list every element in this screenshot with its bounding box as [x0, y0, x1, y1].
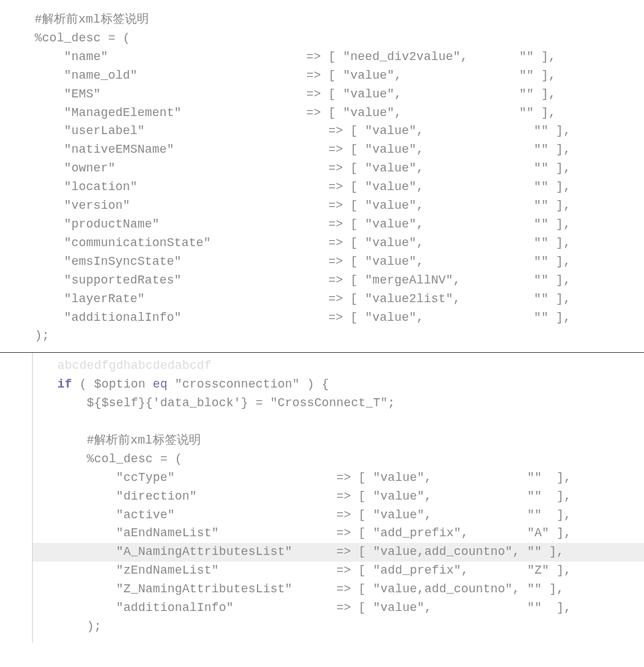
- comment-line: #解析前xml标签说明: [35, 11, 644, 29]
- code-line: 8: [0, 413, 644, 432]
- code-line: 2 "direction" => [ "value", "" ],: [0, 488, 644, 506]
- code-text: #解析前xml标签说明: [31, 432, 201, 450]
- col-desc-row: "supportedRates" => [ "mergeAllNV", "" ]…: [35, 271, 644, 290]
- col-desc-row: "version" => [ "value", "" ],: [35, 197, 644, 215]
- code-line: 6 "zEndNameList" => [ "add_prefix", "Z" …: [0, 562, 644, 580]
- code-text: "direction" => [ "value", "" ],: [31, 488, 571, 506]
- code-text: "ccType" => [ "value", "" ],: [31, 469, 571, 488]
- col-desc-row: "additionalInfo" => [ "value", "" ],: [35, 309, 644, 327]
- col-desc-row: "layerRate" => [ "value2list", "" ],: [35, 290, 644, 309]
- code-line: 0 %col_desc = (: [0, 450, 644, 469]
- col-desc-row: "ManagedElement" => [ "value", "" ],: [35, 104, 644, 123]
- code-text: "A_NamingAttributesList" => [ "value,add…: [31, 543, 564, 562]
- code-line: 7 "Z_NamingAttributesList" => [ "value,a…: [0, 580, 644, 599]
- col-desc-row: "owner" => [ "value", "" ],: [35, 159, 644, 178]
- code-text: );: [31, 618, 101, 636]
- code-text: %col_desc = (: [31, 450, 182, 469]
- code-line: 9 #解析前xml标签说明: [0, 432, 644, 450]
- code-text: "aEndNameList" => [ "add_prefix", "A" ],: [31, 524, 571, 543]
- code-text: "Z_NamingAttributesList" => [ "value,add…: [31, 580, 564, 599]
- code-block-2: abcdedfgdhabcdedabcdf6⊟if ( $option eq "…: [0, 353, 644, 643]
- code-text: "active" => [ "value", "" ],: [31, 506, 571, 525]
- code-line: 1 "ccType" => [ "value", "" ],: [0, 469, 644, 488]
- code-line: 8 "additionalInfo" => [ "value", "" ],: [0, 599, 644, 618]
- col-desc-row: "emsInSyncState" => [ "value", "" ],: [35, 253, 644, 271]
- col-desc-row: "EMS" => [ "value", "" ],: [35, 85, 644, 104]
- col-desc-row: "productName" => [ "value", "" ],: [35, 215, 644, 234]
- decl-line: %col_desc = (: [35, 29, 644, 48]
- code-line: 9 );: [0, 618, 644, 636]
- code-line: 3 "active" => [ "value", "" ],: [0, 506, 644, 525]
- code-line: abcdedfgdhabcdedabcdf: [0, 357, 644, 376]
- gutter: [0, 353, 33, 643]
- col-desc-row: "name" => [ "need_div2value", "" ],: [35, 48, 644, 67]
- code-line: 5 "A_NamingAttributesList" => [ "value,a…: [0, 543, 644, 562]
- col-desc-row: "name_old" => [ "value", "" ],: [35, 67, 644, 85]
- code-text: if ( $option eq "crossconnection" ) {: [31, 376, 329, 394]
- close-line: );: [35, 327, 644, 346]
- col-desc-row: "userLabel" => [ "value", "" ],: [35, 122, 644, 141]
- code-text: "additionalInfo" => [ "value", "" ],: [31, 599, 571, 618]
- col-desc-row: "communicationState" => [ "value", "" ],: [35, 234, 644, 253]
- code-text: ${$self}{'data_block'} = "CrossConnect_T…: [31, 394, 395, 413]
- code-line: 7 ${$self}{'data_block'} = "CrossConnect…: [0, 394, 644, 413]
- code-block-1: #解析前xml标签说明 %col_desc = ( "name" => [ "n…: [0, 0, 644, 353]
- code-text: "zEndNameList" => [ "add_prefix", "Z" ],: [31, 562, 571, 580]
- col-desc-row: "nativeEMSName" => [ "value", "" ],: [35, 141, 644, 159]
- code-text: [31, 413, 57, 432]
- code-line: 4 "aEndNameList" => [ "add_prefix", "A" …: [0, 524, 644, 543]
- code-line: 6⊟if ( $option eq "crossconnection" ) {: [0, 376, 644, 394]
- col-desc-row: "location" => [ "value", "" ],: [35, 178, 644, 197]
- code-text: abcdedfgdhabcdedabcdf: [31, 357, 212, 376]
